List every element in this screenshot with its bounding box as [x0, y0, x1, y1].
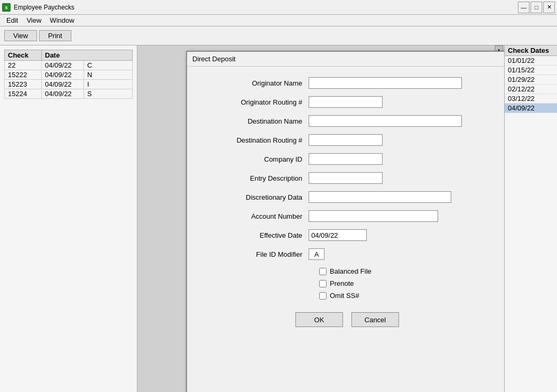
menu-view[interactable]: View	[22, 15, 45, 25]
check-date-item[interactable]: 01/01/22	[505, 56, 557, 66]
restore-button[interactable]: □	[531, 2, 542, 13]
file-id-modifier-input[interactable]	[309, 248, 324, 260]
destination-routing-label: Destination Routing #	[203, 136, 309, 144]
omit-ss-checkbox[interactable]	[319, 292, 327, 300]
main-content: Check Date 22 04/09/22 C 15222 04/09/22 …	[0, 45, 557, 392]
check-cell: 22	[5, 61, 42, 70]
table-header: Check Date	[4, 50, 133, 61]
destination-routing-input[interactable]	[309, 134, 383, 146]
effective-date-row: Effective Date	[203, 229, 491, 241]
menu-edit[interactable]: Edit	[2, 15, 22, 25]
destination-name-input[interactable]	[309, 115, 462, 127]
table-row[interactable]: 15222 04/09/22 N	[4, 70, 133, 80]
app-title: Employee Paychecks	[14, 4, 75, 11]
direct-deposit-dialog: Direct Deposit Originator Name Originato…	[186, 51, 508, 392]
dialog-title: Direct Deposit	[187, 52, 507, 67]
right-panel: Check Dates 01/01/22 01/15/22 01/29/22 0…	[504, 45, 557, 392]
view-button[interactable]: View	[4, 30, 37, 41]
toolbar: View Print	[0, 26, 557, 45]
col-check: Check	[5, 50, 42, 60]
note-cell: C	[84, 61, 95, 70]
destination-name-label: Destination Name	[203, 117, 309, 125]
balanced-file-checkbox[interactable]	[319, 268, 327, 275]
prenote-checkbox[interactable]	[319, 280, 327, 287]
checkbox-section: Balanced File Prenote Omit SS#	[203, 267, 491, 300]
check-dates-header: Check Dates	[505, 45, 557, 56]
table-row[interactable]: 22 04/09/22 C	[4, 61, 133, 70]
account-number-row: Account Number	[203, 210, 491, 222]
print-button[interactable]: Print	[39, 30, 71, 41]
originator-name-row: Originator Name	[203, 77, 491, 89]
date-cell: 04/09/22	[42, 70, 84, 79]
left-panel: Check Date 22 04/09/22 C 15222 04/09/22 …	[0, 45, 137, 392]
cancel-button[interactable]: Cancel	[351, 312, 399, 327]
date-cell: 04/09/22	[42, 89, 84, 98]
check-date-item[interactable]: 03/12/22	[505, 94, 557, 104]
company-id-row: Company ID	[203, 153, 491, 165]
table-row[interactable]: 15223 04/09/22 I	[4, 80, 133, 89]
dialog-overlay: Direct Deposit Originator Name Originato…	[137, 45, 557, 392]
omit-ss-label: Omit SS#	[330, 292, 359, 300]
note-cell: N	[84, 70, 95, 79]
originator-routing-row: Originator Routing #	[203, 96, 491, 108]
title-bar: $ Employee Paychecks — □ ✕	[0, 0, 557, 15]
close-button[interactable]: ✕	[543, 2, 555, 13]
note-cell: S	[84, 89, 95, 98]
originator-name-label: Originator Name	[203, 79, 309, 87]
balanced-file-label: Balanced File	[330, 267, 372, 275]
originator-name-input[interactable]	[309, 77, 462, 89]
check-date-item[interactable]: 01/29/22	[505, 75, 557, 85]
title-bar-buttons: — □ ✕	[518, 2, 555, 13]
effective-date-input[interactable]	[309, 229, 367, 241]
prenote-row: Prenote	[319, 279, 491, 287]
check-date-item[interactable]: 01/15/22	[505, 66, 557, 75]
middle-area: mat ▲ ▼ Direct Deposit Originator Name	[137, 45, 557, 392]
discretionary-data-label: Discretionary Data	[203, 193, 309, 201]
destination-routing-row: Destination Routing #	[203, 134, 491, 146]
account-number-label: Account Number	[203, 212, 309, 220]
ok-button[interactable]: OK	[295, 312, 343, 327]
date-cell: 04/09/22	[42, 61, 84, 70]
note-cell: I	[84, 80, 92, 89]
discretionary-data-row: Discretionary Data	[203, 191, 491, 203]
dialog-buttons: OK Cancel	[203, 312, 491, 338]
prenote-label: Prenote	[330, 279, 354, 287]
date-cell: 04/09/22	[42, 80, 84, 89]
account-number-input[interactable]	[309, 210, 438, 222]
menu-window[interactable]: Window	[45, 15, 78, 25]
table-row[interactable]: 15224 04/09/22 S	[4, 89, 133, 99]
title-bar-left: $ Employee Paychecks	[2, 3, 75, 12]
effective-date-label: Effective Date	[203, 231, 309, 239]
omit-ss-row: Omit SS#	[319, 292, 491, 300]
entry-description-row: Entry Description	[203, 172, 491, 184]
originator-routing-input[interactable]	[309, 96, 383, 108]
dialog-body: Originator Name Originator Routing # Des…	[187, 67, 507, 348]
originator-routing-label: Originator Routing #	[203, 98, 309, 106]
entry-description-input[interactable]	[309, 172, 383, 184]
check-date-item-selected[interactable]: 04/09/22	[505, 104, 557, 113]
minimize-button[interactable]: —	[518, 2, 530, 13]
discretionary-data-input[interactable]	[309, 191, 451, 203]
check-cell: 15222	[5, 70, 42, 79]
file-id-modifier-label: File ID Modifier	[203, 250, 309, 258]
app-icon: $	[2, 3, 11, 12]
file-id-modifier-row: File ID Modifier	[203, 248, 491, 260]
balanced-file-row: Balanced File	[319, 267, 491, 275]
destination-name-row: Destination Name	[203, 115, 491, 127]
check-cell: 15223	[5, 80, 42, 89]
svg-text:$: $	[5, 5, 8, 10]
check-cell: 15224	[5, 89, 42, 98]
entry-description-label: Entry Description	[203, 174, 309, 182]
col-date: Date	[42, 50, 84, 60]
company-id-input[interactable]	[309, 153, 383, 165]
check-date-item[interactable]: 02/12/22	[505, 85, 557, 94]
menu-bar: Edit View Window	[0, 15, 557, 26]
company-id-label: Company ID	[203, 155, 309, 163]
